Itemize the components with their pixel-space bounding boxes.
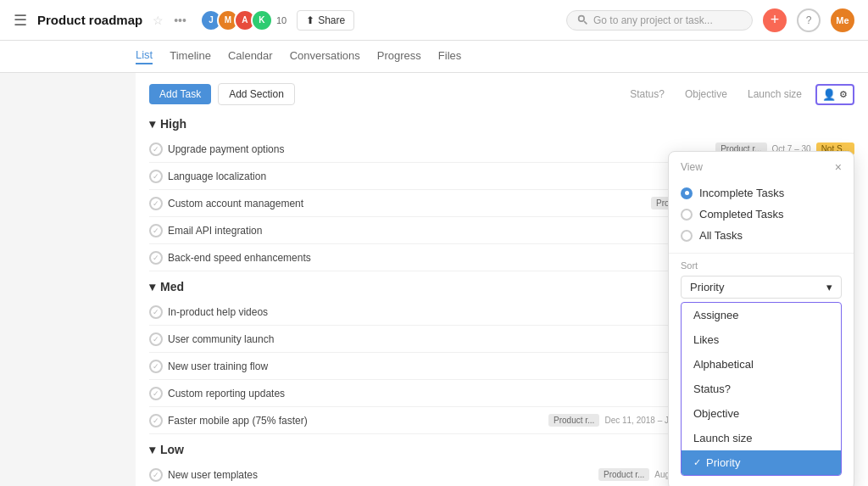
main-layout: Add Task Add Section Status? Objective L… — [0, 73, 868, 486]
top-nav: ☰ Product roadmap ☆ ••• J M A K 10 ⬆ Sha… — [0, 0, 868, 41]
tab-conversations[interactable]: Conversations — [290, 49, 360, 64]
section-arrow: ▾ — [149, 443, 155, 456]
star-icon[interactable]: ☆ — [153, 14, 164, 27]
task-name: New user training flow — [168, 360, 405, 372]
search-bar[interactable]: Go to any project or task... — [566, 10, 753, 31]
search-icon — [577, 14, 588, 25]
task-name: Upgrade payment options — [168, 143, 405, 155]
tab-timeline[interactable]: Timeline — [170, 49, 211, 64]
objective-label: Objective — [693, 407, 739, 420]
sort-option-objective[interactable]: Objective — [682, 401, 841, 426]
add-task-button[interactable]: Add Task — [149, 84, 211, 104]
menu-icon[interactable]: ☰ — [14, 11, 27, 30]
sort-option-likes[interactable]: Likes — [682, 327, 841, 352]
task-check[interactable]: ✓ — [149, 468, 163, 482]
objective-col-header: Objective — [678, 88, 734, 100]
tab-files[interactable]: Files — [438, 49, 461, 64]
task-check[interactable]: ✓ — [149, 360, 163, 373]
toolbar: Add Task Add Section Status? Objective L… — [149, 83, 854, 105]
project-title: Product roadmap — [37, 13, 142, 27]
radio-incomplete — [681, 187, 693, 199]
task-name: New user templates — [168, 469, 405, 481]
section-arrow: ▾ — [149, 280, 155, 293]
task-name: Custom reporting updates — [168, 388, 405, 399]
view-sort-panel: View × Incomplete Tasks Completed Tasks … — [668, 151, 854, 486]
panel-close-button[interactable]: × — [835, 160, 842, 174]
task-check[interactable]: ✓ — [149, 332, 163, 346]
task-check[interactable]: ✓ — [149, 142, 163, 156]
task-name: In-product help videos — [168, 306, 405, 318]
task-check[interactable]: ✓ — [149, 224, 163, 237]
priority-label: Priority — [706, 456, 740, 469]
status-label: Status? — [693, 383, 731, 395]
sort-option-priority[interactable]: ✓ Priority — [682, 450, 841, 475]
share-icon: ⬆ — [306, 14, 314, 26]
section-name: Low — [160, 443, 184, 456]
alpha-label: Alphabetical — [693, 358, 754, 371]
status-col-header: Status? — [623, 88, 671, 100]
view-option-completed-label: Completed Tasks — [699, 208, 783, 221]
task-name: Back-end speed enhancements — [168, 252, 405, 264]
help-button[interactable]: ? — [797, 8, 821, 32]
section-arrow: ▾ — [149, 117, 155, 131]
launch-col-header: Launch size — [741, 88, 809, 100]
sort-options-list: Assignee Likes Alphabetical Status? Obje… — [681, 302, 842, 476]
chevron-down-icon: ▾ — [826, 281, 832, 293]
section-header[interactable]: ▾High — [149, 117, 854, 131]
radio-all — [681, 230, 693, 242]
view-options-section: Incomplete Tasks Completed Tasks All Tas… — [669, 179, 854, 254]
search-placeholder: Go to any project or task... — [593, 14, 713, 26]
task-check[interactable]: ✓ — [149, 387, 163, 400]
left-panel — [0, 73, 136, 486]
tab-calendar[interactable]: Calendar — [228, 49, 273, 64]
content-area: Add Task Add Section Status? Objective L… — [136, 73, 868, 486]
task-check[interactable]: ✓ — [149, 305, 163, 319]
task-name: Faster mobile app (75% faster) — [168, 415, 405, 427]
sort-option-status[interactable]: Status? — [682, 377, 841, 401]
view-option-completed[interactable]: Completed Tasks — [681, 204, 842, 225]
user-avatar[interactable]: Me — [831, 8, 854, 32]
task-check[interactable]: ✓ — [149, 170, 163, 183]
task-check[interactable]: ✓ — [149, 414, 163, 427]
more-icon[interactable]: ••• — [174, 14, 186, 27]
radio-completed — [681, 209, 693, 221]
svg-point-0 — [579, 16, 585, 22]
task-check[interactable]: ✓ — [149, 251, 163, 265]
assignee-label: Assignee — [693, 309, 738, 321]
sort-option-assignee[interactable]: Assignee — [682, 303, 841, 327]
avatar-group: J M A K 10 — [200, 9, 287, 31]
view-option-all-label: All Tasks — [699, 229, 743, 242]
task-name: Language localization — [168, 170, 405, 182]
sort-option-launch[interactable]: Launch size — [682, 426, 841, 450]
svg-line-1 — [584, 21, 587, 24]
view-option-incomplete-label: Incomplete Tasks — [699, 187, 784, 199]
add-button[interactable]: + — [763, 8, 787, 32]
person-icon: 👤 — [822, 88, 836, 101]
section-name: Med — [160, 280, 184, 293]
sort-dropdown[interactable]: Priority ▾ — [681, 276, 842, 299]
panel-title: View — [681, 161, 703, 173]
task-tag: Product r... — [598, 468, 649, 481]
task-tag: Product r... — [548, 414, 599, 427]
panel-header: View × — [669, 152, 854, 179]
task-name: User community launch — [168, 333, 405, 345]
avatar: K — [251, 9, 273, 31]
filter-button[interactable]: 👤 ⚙ — [815, 84, 854, 105]
add-section-button[interactable]: Add Section — [218, 83, 295, 105]
tab-list[interactable]: List — [136, 48, 153, 64]
task-name: Custom account management — [168, 198, 405, 209]
sort-label: Sort — [681, 260, 842, 271]
likes-label: Likes — [693, 333, 719, 346]
avatar-count: 10 — [276, 15, 287, 25]
sort-option-alphabetical[interactable]: Alphabetical — [682, 352, 841, 377]
section-name: High — [160, 117, 186, 131]
share-button[interactable]: ⬆ Share — [297, 10, 354, 31]
view-option-all[interactable]: All Tasks — [681, 225, 842, 246]
sort-section: Sort Priority ▾ Assignee Likes Alphabeti… — [669, 254, 854, 483]
view-option-incomplete[interactable]: Incomplete Tasks — [681, 182, 842, 204]
check-icon: ✓ — [693, 457, 701, 468]
tab-progress[interactable]: Progress — [377, 49, 421, 64]
filter-icon: ⚙ — [839, 89, 848, 100]
task-check[interactable]: ✓ — [149, 197, 163, 210]
sub-nav: List Timeline Calendar Conversations Pro… — [0, 41, 868, 73]
